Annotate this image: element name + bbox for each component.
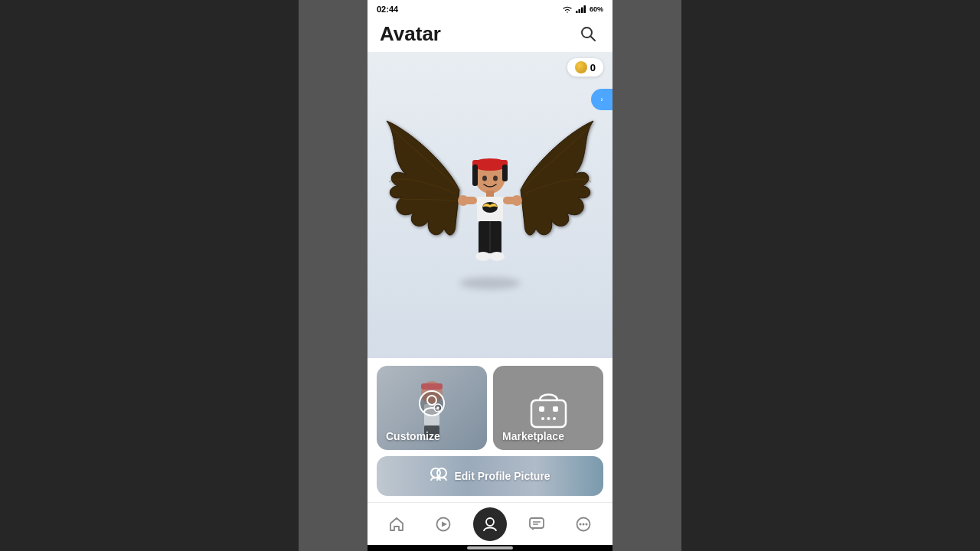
marketplace-button[interactable]: Marketplace: [493, 366, 603, 450]
home-bar: [368, 545, 612, 551]
svg-point-41: [486, 518, 494, 526]
nav-avatar[interactable]: [473, 507, 507, 541]
home-indicator: [467, 546, 513, 549]
marketplace-icon: [528, 385, 570, 431]
chat-icon: [528, 516, 545, 533]
edit-profile-icon: [430, 467, 448, 486]
search-button[interactable]: [576, 21, 600, 46]
svg-point-46: [579, 523, 581, 525]
coin-badge[interactable]: 0: [567, 58, 603, 77]
edit-profile-button[interactable]: Edit Profile Picture: [377, 456, 603, 496]
avatar-shadow: [459, 277, 521, 289]
coin-amount: 0: [590, 62, 596, 73]
nav-more[interactable]: [567, 507, 600, 541]
battery-text: 60%: [590, 5, 603, 13]
left-overlay: [0, 0, 299, 551]
nav-chat[interactable]: [520, 507, 554, 541]
svg-point-34: [541, 417, 544, 420]
avatar-character: [421, 98, 559, 297]
bottom-nav: [368, 502, 612, 545]
nav-home[interactable]: [380, 507, 413, 541]
svg-marker-40: [442, 521, 447, 527]
svg-rect-10: [502, 165, 508, 181]
customize-label: Customize: [386, 430, 440, 442]
marketplace-label: Marketplace: [502, 430, 564, 442]
svg-point-35: [547, 417, 550, 420]
svg-rect-42: [530, 518, 544, 528]
svg-rect-1: [578, 9, 580, 13]
svg-rect-17: [489, 221, 491, 253]
bottom-section: Customize: [368, 358, 612, 502]
svg-point-28: [420, 391, 444, 416]
svg-line-5: [591, 37, 596, 41]
svg-rect-13: [486, 191, 494, 197]
svg-point-12: [493, 176, 498, 181]
svg-rect-0: [576, 11, 578, 13]
status-time: 02:44: [377, 5, 398, 14]
phone-frame: 02:44 60% Avatar: [368, 0, 612, 551]
svg-rect-3: [583, 5, 586, 13]
nav-play[interactable]: [426, 507, 460, 541]
svg-point-11: [482, 176, 487, 181]
action-grid: Customize: [377, 366, 603, 450]
svg-rect-25: [421, 383, 443, 390]
wifi-icon: [562, 5, 573, 13]
status-bar: 02:44 60%: [368, 0, 612, 17]
search-icon: [580, 25, 596, 42]
svg-point-47: [582, 523, 584, 525]
svg-point-48: [585, 523, 587, 525]
right-overlay: [681, 0, 980, 551]
svg-rect-31: [531, 400, 566, 427]
edit-profile-text: Edit Profile Picture: [454, 470, 550, 482]
more-icon: [575, 516, 592, 533]
page-title: Avatar: [380, 22, 441, 46]
status-icons: 60%: [562, 5, 603, 13]
svg-rect-9: [472, 165, 478, 186]
avatar-display-area: 0 ›: [368, 52, 612, 358]
svg-point-38: [437, 468, 446, 478]
customize-button[interactable]: Customize: [377, 366, 487, 450]
svg-point-23: [511, 195, 522, 206]
customize-icon: [418, 390, 446, 420]
character-body-svg: [456, 155, 524, 297]
svg-point-18: [475, 252, 491, 261]
play-icon: [435, 516, 452, 533]
coin-icon: [575, 61, 587, 73]
svg-point-22: [458, 195, 469, 206]
header: Avatar: [368, 17, 612, 52]
svg-rect-33: [553, 406, 558, 412]
svg-rect-2: [581, 8, 583, 14]
svg-point-19: [489, 252, 505, 261]
avatar-icon: [482, 516, 498, 533]
svg-point-36: [553, 417, 556, 420]
signal-icon: [576, 5, 586, 13]
home-icon: [388, 516, 405, 533]
scroll-indicator[interactable]: ›: [591, 89, 612, 110]
svg-rect-32: [539, 406, 544, 412]
